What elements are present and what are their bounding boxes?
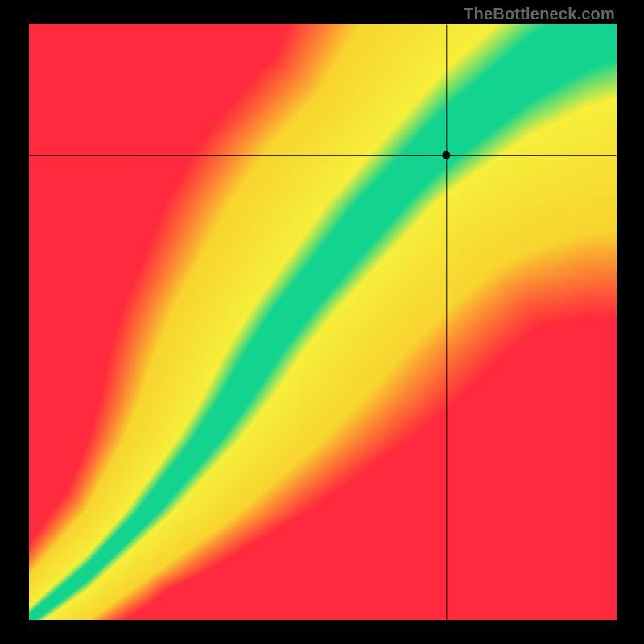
chart-frame: TheBottleneck.com — [0, 0, 644, 644]
heatmap-plot — [29, 24, 617, 620]
watermark-label: TheBottleneck.com — [464, 5, 615, 23]
heatmap-canvas — [29, 24, 617, 620]
